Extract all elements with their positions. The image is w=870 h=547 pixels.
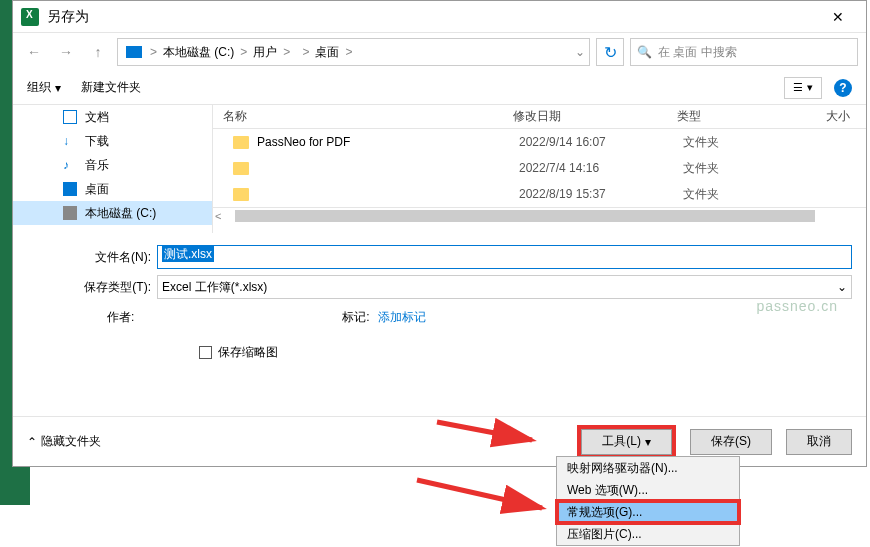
menu-map-drive[interactable]: 映射网络驱动器(N)... [557,457,739,479]
save-button[interactable]: 保存(S) [690,429,772,455]
breadcrumb-item[interactable]: 本地磁盘 (C:) [161,44,236,61]
filetype-label: 保存类型(T): [27,279,157,296]
add-tags-link[interactable]: 添加标记 [378,309,426,326]
sidebar-item-documents[interactable]: 文档 [13,105,212,129]
tools-highlight: 工具(L)▾ [577,425,676,459]
documents-icon [63,110,77,124]
save-thumbnail-label: 保存缩略图 [218,344,278,361]
download-icon: ↓ [63,134,77,148]
filename-input[interactable]: 测试.xlsx [157,245,852,269]
search-icon: 🔍 [637,45,652,59]
breadcrumb-bar[interactable]: > 本地磁盘 (C:) > 用户 > > 桌面 > ⌄ [117,38,590,66]
chevron-down-icon: ▾ [645,435,651,449]
menu-compress-pictures[interactable]: 压缩图片(C)... [557,523,739,545]
breadcrumb-item[interactable]: 桌面 [313,44,341,61]
author-label: 作者: [107,309,134,326]
file-row[interactable]: PassNeo for PDF 2022/9/14 16:07 文件夹 [213,129,866,155]
file-row[interactable]: 2022/8/19 15:37 文件夹 [213,181,866,207]
view-button[interactable]: ☰ ▾ [784,77,822,99]
watermark: passneo.cn [756,298,838,314]
sidebar-item-desktop[interactable]: 桌面 [13,177,212,201]
folder-icon [233,188,249,201]
organize-button[interactable]: 组织▾ [27,79,61,96]
path-dropdown-icon[interactable]: ⌄ [575,45,585,59]
chevron-up-icon: ⌃ [27,435,37,449]
new-folder-button[interactable]: 新建文件夹 [81,79,141,96]
window-title: 另存为 [47,8,818,26]
search-input[interactable]: 🔍 在 桌面 中搜索 [630,38,858,66]
chevron-down-icon: ⌄ [837,280,847,294]
tools-menu: 映射网络驱动器(N)... Web 选项(W)... 常规选项(G)... 压缩… [556,456,740,546]
hide-folders-toggle[interactable]: ⌃隐藏文件夹 [27,433,101,450]
menu-web-options[interactable]: Web 选项(W)... [557,479,739,501]
up-button[interactable]: ↑ [85,39,111,65]
sidebar: 文档 ↓下载 ♪音乐 桌面 本地磁盘 (C:) [13,105,213,233]
save-thumbnail-checkbox[interactable] [199,346,212,359]
help-button[interactable]: ? [834,79,852,97]
sidebar-item-music[interactable]: ♪音乐 [13,153,212,177]
col-name[interactable]: 名称 [213,108,513,125]
file-list: 名称 修改日期 类型 大小 PassNeo for PDF 2022/9/14 … [213,105,866,233]
back-button[interactable]: ← [21,39,47,65]
tools-button[interactable]: 工具(L)▾ [581,429,672,455]
refresh-button[interactable]: ↻ [596,38,624,66]
filetype-select[interactable]: Excel 工作簿(*.xlsx)⌄ [157,275,852,299]
excel-icon [21,8,39,26]
sidebar-item-downloads[interactable]: ↓下载 [13,129,212,153]
col-size[interactable]: 大小 [809,108,866,125]
close-button[interactable]: ✕ [818,3,858,31]
disk-icon [63,206,77,220]
chevron-down-icon: ▾ [55,81,61,95]
file-row[interactable]: 2022/7/4 14:16 文件夹 [213,155,866,181]
save-as-dialog: 另存为 ✕ ← → ↑ > 本地磁盘 (C:) > 用户 > > 桌面 > ⌄ … [12,0,867,467]
filename-label: 文件名(N): [27,249,157,266]
breadcrumb-item[interactable]: 用户 [251,44,279,61]
horizontal-scrollbar[interactable]: < [213,207,866,224]
svg-line-1 [417,480,542,508]
cancel-button[interactable]: 取消 [786,429,852,455]
desktop-icon [63,182,77,196]
folder-icon [233,136,249,149]
sidebar-item-local-disk[interactable]: 本地磁盘 (C:) [13,201,212,225]
annotation-arrow [412,468,562,528]
col-type[interactable]: 类型 [677,108,809,125]
menu-general-options[interactable]: 常规选项(G)... [557,501,739,523]
music-icon: ♪ [63,158,77,172]
tags-label: 标记: [342,309,369,326]
col-modified[interactable]: 修改日期 [513,108,677,125]
folder-icon [233,162,249,175]
forward-button[interactable]: → [53,39,79,65]
pc-icon [126,46,142,58]
publish-label: 发布 [42,487,70,505]
